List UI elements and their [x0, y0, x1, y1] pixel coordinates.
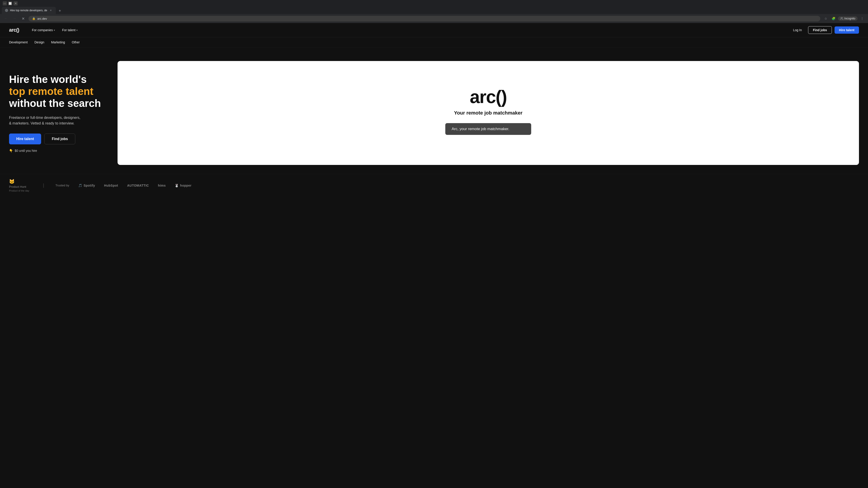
close-button[interactable]: ✕: [13, 1, 18, 5]
menu-button[interactable]: ⋮: [859, 15, 865, 22]
preview-logo: arc(): [470, 87, 506, 107]
spotify-icon: 🎵: [78, 184, 82, 187]
lock-icon: 🔒: [32, 17, 35, 20]
automattic-logo: AUTOMATTIC: [127, 184, 149, 187]
nav-for-companies-label: For companies: [32, 28, 53, 32]
sub-nav-design[interactable]: Design: [35, 40, 44, 44]
hopper-logo: 🐰 hopper: [175, 184, 191, 187]
window-controls: — ⬜ ✕: [3, 1, 18, 5]
trusted-logos: 🎵 Spotify HubSpot AUTOMATTIC hims 🐰 hopp…: [78, 184, 191, 187]
preview-input[interactable]: Arc, your remote job matchmaker.: [445, 123, 531, 135]
hire-talent-nav-button[interactable]: Hire talent: [835, 26, 859, 34]
back-button[interactable]: ←: [3, 15, 9, 22]
hero-note-text: $0 until you hire: [15, 149, 37, 153]
note-emoji: 👇: [9, 149, 13, 153]
svg-point-0: [841, 18, 842, 19]
divider: |: [43, 183, 44, 188]
preview-tagline: Your remote job matchmaker: [454, 110, 523, 116]
nav-right: Log In Find jobs Hire talent: [789, 26, 859, 34]
maximize-button[interactable]: ⬜: [8, 1, 12, 5]
site-content: arc() For companies ▾ For talent ▾ Log I…: [0, 23, 868, 197]
hero-preview-card: arc() Your remote job matchmaker Arc, yo…: [118, 61, 859, 165]
extensions-button[interactable]: 🧩: [830, 15, 837, 22]
hero-hire-talent-button[interactable]: Hire talent: [9, 133, 41, 144]
site-logo[interactable]: arc(): [9, 27, 19, 33]
hero-find-jobs-button[interactable]: Find jobs: [44, 133, 75, 144]
hero-note: 👇 $0 until you hire: [9, 149, 104, 153]
hopper-icon: 🐰: [175, 184, 179, 187]
browser-actions: ☆ 🧩 Incognito ⋮: [823, 15, 865, 22]
minimize-button[interactable]: —: [3, 1, 7, 5]
sub-navigation: Development Design Marketing Other: [0, 37, 868, 47]
bookmark-button[interactable]: ☆: [823, 15, 829, 22]
active-tab[interactable]: Hire top remote developers, de ×: [2, 7, 56, 14]
nav-links: For companies ▾ For talent ▾: [28, 27, 789, 33]
reload-button[interactable]: ✕: [20, 15, 26, 22]
product-hunt-sublabel: Product of the day: [9, 189, 32, 192]
tab-title: Hire top remote developers, de: [10, 9, 47, 12]
trusted-section: 🐱 Product Hunt Product of the day | Trus…: [0, 174, 868, 197]
sub-nav-development[interactable]: Development: [9, 40, 28, 44]
nav-for-talent[interactable]: For talent ▾: [59, 27, 81, 33]
new-tab-button[interactable]: +: [57, 8, 63, 14]
chevron-down-icon: ▾: [54, 29, 55, 31]
forward-button[interactable]: →: [11, 15, 18, 22]
browser-titlebar: — ⬜ ✕: [0, 0, 868, 7]
incognito-label: Incognito: [844, 17, 855, 20]
hubspot-logo: HubSpot: [104, 184, 118, 187]
chevron-down-icon: ▾: [76, 29, 78, 31]
login-button[interactable]: Log In: [789, 26, 805, 34]
product-hunt-label: 🐱 Product Hunt Product of the day: [9, 179, 32, 192]
hims-logo: hims: [158, 184, 166, 187]
find-jobs-button[interactable]: Find jobs: [808, 26, 832, 34]
sub-nav-other[interactable]: Other: [72, 40, 80, 44]
hero-title-highlight: top remote talent: [9, 86, 93, 97]
nav-for-companies[interactable]: For companies ▾: [28, 27, 59, 33]
hero-description: Freelance or full-time developers, desig…: [9, 115, 104, 126]
spotify-logo: 🎵 Spotify: [78, 184, 95, 187]
hero-cta-buttons: Hire talent Find jobs: [9, 133, 104, 144]
hero-text: Hire the world's top remote talent witho…: [9, 73, 104, 153]
hero-title-line1: Hire the world's: [9, 73, 87, 85]
product-hunt-icon: 🐱: [9, 179, 32, 184]
hero-title: Hire the world's top remote talent witho…: [9, 73, 104, 109]
site-navigation: arc() For companies ▾ For talent ▾ Log I…: [0, 23, 868, 37]
product-hunt-name: Product Hunt: [9, 185, 32, 188]
url-text: arc.dev: [37, 17, 47, 20]
incognito-badge[interactable]: Incognito: [838, 16, 858, 21]
browser-chrome: — ⬜ ✕ Hire top remote developers, de × +…: [0, 0, 868, 23]
sub-nav-marketing[interactable]: Marketing: [51, 40, 65, 44]
hero-title-line3: without the search: [9, 97, 101, 109]
hero-section: Hire the world's top remote talent witho…: [0, 47, 868, 174]
tab-favicon: [5, 9, 8, 12]
incognito-icon: [840, 17, 843, 20]
tab-bar: Hire top remote developers, de × +: [0, 7, 868, 14]
trusted-by-label: Trusted by: [55, 184, 69, 187]
tab-close-button[interactable]: ×: [49, 8, 53, 12]
address-bar: ← → ✕ 🔒 arc.dev ☆ 🧩 Incognito ⋮: [0, 14, 868, 23]
url-bar[interactable]: 🔒 arc.dev: [29, 16, 820, 22]
nav-for-talent-label: For talent: [62, 28, 75, 32]
